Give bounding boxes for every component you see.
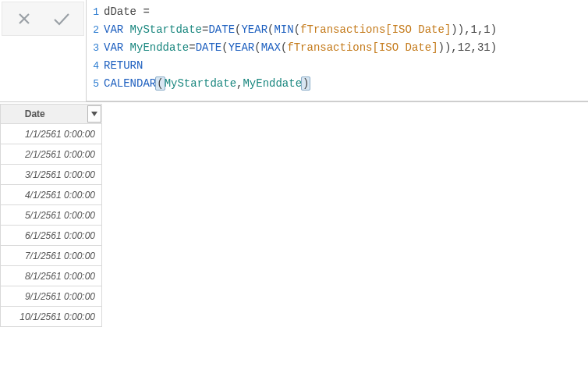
cancel-button[interactable] [5,5,43,32]
column-header-label: Date [1,108,87,119]
formula-actions [2,2,84,36]
cell-date[interactable]: 5/1/2561 0:00:00 [1,205,102,226]
close-icon [16,11,32,27]
commit-button[interactable] [43,5,80,32]
table-row[interactable]: 7/1/2561 0:00:00 [1,246,102,266]
chevron-down-icon [91,112,97,116]
table-row[interactable]: 8/1/2561 0:00:00 [1,266,102,286]
column-filter-button[interactable] [87,105,101,123]
code-line: 5CALENDAR(MyStartdate,MyEnddate) [87,75,583,93]
formula-bar: 1dDate =2VAR MyStartdate=DATE(YEAR(MIN(f… [0,0,588,102]
code-content: dDate = [104,3,150,20]
table-row[interactable]: 3/1/2561 0:00:00 [1,165,102,185]
data-grid: Date 1/1/2561 0:00:002/1/2561 0:00:003/1… [0,104,102,327]
line-number: 5 [87,76,104,93]
table-row[interactable]: 4/1/2561 0:00:00 [1,185,102,205]
table-row[interactable]: 6/1/2561 0:00:00 [1,226,102,246]
cell-date[interactable]: 8/1/2561 0:00:00 [1,266,102,286]
code-line: 2VAR MyStartdate=DATE(YEAR(MIN(fTransact… [87,21,583,39]
cell-date[interactable]: 9/1/2561 0:00:00 [1,286,102,307]
column-header-date[interactable]: Date [1,105,102,124]
code-content: RETURN [104,57,143,74]
cell-date[interactable]: 4/1/2561 0:00:00 [1,185,102,205]
cell-date[interactable]: 10/1/2561 0:00:00 [1,307,102,327]
table-row[interactable]: 10/1/2561 0:00:00 [1,307,102,327]
code-line: 1dDate = [87,3,583,21]
cell-date[interactable]: 1/1/2561 0:00:00 [1,124,102,144]
code-line: 3VAR MyEnddate=DATE(YEAR(MAX(fTransactio… [87,39,583,57]
line-number: 4 [87,58,104,75]
code-content: VAR MyStartdate=DATE(YEAR(MIN(fTransacti… [104,21,497,38]
line-number: 2 [87,22,104,39]
code-content: VAR MyEnddate=DATE(YEAR(MAX(fTransaction… [104,39,497,56]
table-row[interactable]: 1/1/2561 0:00:00 [1,124,102,144]
cell-date[interactable]: 6/1/2561 0:00:00 [1,226,102,246]
code-content: CALENDAR(MyStartdate,MyEnddate) [104,75,310,92]
formula-editor[interactable]: 1dDate =2VAR MyStartdate=DATE(YEAR(MIN(f… [86,0,588,101]
cell-date[interactable]: 3/1/2561 0:00:00 [1,165,102,185]
code-line: 4RETURN [87,57,583,75]
cell-date[interactable]: 7/1/2561 0:00:00 [1,246,102,266]
line-number: 1 [87,4,104,21]
table-row[interactable]: 9/1/2561 0:00:00 [1,286,102,307]
cell-date[interactable]: 2/1/2561 0:00:00 [1,144,102,165]
svg-marker-2 [91,112,97,116]
table-row[interactable]: 5/1/2561 0:00:00 [1,205,102,226]
line-number: 3 [87,40,104,57]
check-icon [52,11,71,27]
table-row[interactable]: 2/1/2561 0:00:00 [1,144,102,165]
